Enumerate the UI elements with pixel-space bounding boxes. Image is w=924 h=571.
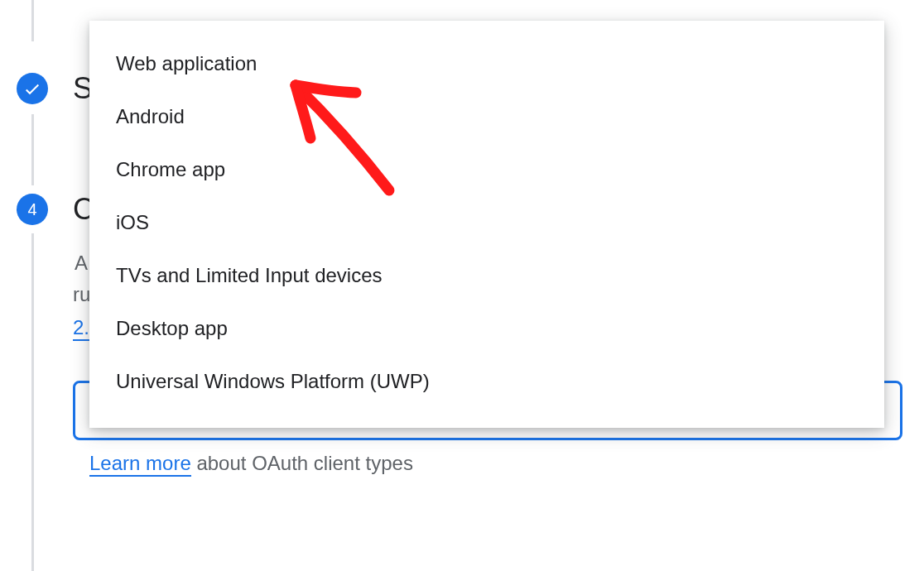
dropdown-option-ios[interactable]: iOS bbox=[89, 196, 884, 249]
dropdown-option-desktop-app[interactable]: Desktop app bbox=[89, 302, 884, 355]
learn-more-line: Learn more about OAuth client types bbox=[89, 452, 413, 475]
learn-more-link[interactable]: Learn more bbox=[89, 452, 191, 477]
step-current-number: 4 bbox=[27, 200, 36, 219]
timeline-segment bbox=[31, 114, 34, 185]
dropdown-option-web-application[interactable]: Web application bbox=[89, 37, 884, 90]
dropdown-option-android[interactable]: Android bbox=[89, 90, 884, 143]
dropdown-option-tvs-limited-input[interactable]: TVs and Limited Input devices bbox=[89, 249, 884, 302]
step-completed-badge bbox=[17, 73, 48, 104]
check-icon bbox=[22, 79, 42, 98]
dropdown-option-uwp[interactable]: Universal Windows Platform (UWP) bbox=[89, 355, 884, 408]
description-numbered-link[interactable]: 2. bbox=[73, 313, 89, 343]
learn-more-rest: about OAuth client types bbox=[191, 452, 413, 474]
application-type-dropdown[interactable]: Web application Android Chrome app iOS T… bbox=[89, 21, 884, 428]
timeline-segment bbox=[31, 0, 34, 41]
page-stage: S 4 C A ru 2. Learn more about OAuth cli… bbox=[0, 0, 924, 571]
description-line-2: ru bbox=[73, 280, 90, 309]
dropdown-option-chrome-app[interactable]: Chrome app bbox=[89, 143, 884, 196]
description-line-1: A bbox=[75, 248, 88, 278]
step-current-badge: 4 bbox=[17, 194, 48, 225]
timeline-segment bbox=[31, 233, 34, 571]
